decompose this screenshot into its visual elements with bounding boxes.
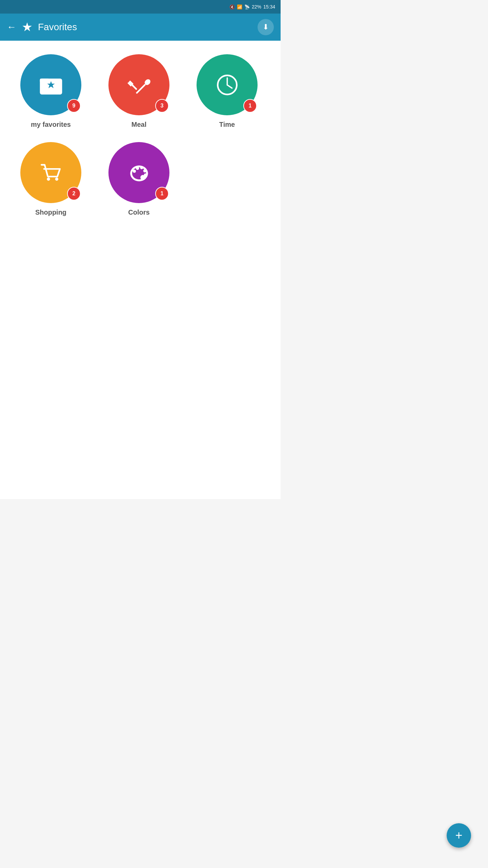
category-circle-wrapper-time: 1 [197, 54, 258, 115]
svg-point-17 [136, 166, 139, 170]
download-button[interactable]: ⬇ [258, 19, 274, 35]
status-icons: 🔇 📶 📡 22% 15:34 [229, 4, 275, 9]
back-button[interactable]: ← [7, 22, 16, 32]
categories-grid: 9 my favorites [10, 54, 268, 216]
cutlery-icon [126, 72, 152, 98]
category-circle-wrapper-meal: 3 [108, 54, 169, 115]
category-label-time: Time [219, 121, 235, 129]
mute-icon: 🔇 [229, 4, 235, 9]
status-bar: 🔇 📶 📡 22% 15:34 [0, 0, 281, 14]
content-area: 9 my favorites [0, 41, 281, 499]
toolbar: ← ★ Favorites ⬇ [0, 14, 281, 41]
svg-point-18 [140, 166, 143, 169]
category-circle-wrapper-my-favorites: 9 [20, 54, 81, 115]
svg-point-19 [143, 169, 146, 172]
battery-text: 22% [252, 4, 261, 9]
star-icon: ★ [22, 21, 33, 33]
category-item-my-favorites[interactable]: 9 my favorites [10, 54, 92, 129]
category-label-colors: Colors [128, 209, 149, 216]
clock-icon [215, 72, 240, 98]
folder-star-icon [38, 72, 64, 98]
badge-my-favorites: 9 [67, 99, 81, 113]
badge-time: 1 [243, 99, 257, 113]
badge-meal: 3 [155, 99, 169, 113]
signal-icon: 📡 [244, 4, 250, 9]
wifi-icon: 📶 [237, 4, 242, 9]
cart-icon [38, 160, 64, 185]
page-title: Favorites [38, 22, 77, 33]
category-item-meal[interactable]: 3 Meal [98, 54, 180, 129]
svg-line-11 [227, 85, 232, 88]
category-label-my-favorites: my favorites [31, 121, 71, 129]
svg-point-21 [140, 175, 145, 180]
palette-icon [126, 160, 152, 185]
download-icon: ⬇ [263, 23, 269, 32]
category-label-meal: Meal [131, 121, 146, 129]
time-text: 15:34 [263, 4, 275, 9]
svg-point-16 [133, 170, 136, 173]
svg-point-13 [55, 177, 58, 180]
toolbar-left: ← ★ Favorites [7, 21, 77, 33]
category-circle-wrapper-colors: 1 [108, 142, 169, 203]
svg-rect-7 [136, 84, 146, 94]
category-item-colors[interactable]: 1 Colors [98, 142, 180, 216]
badge-shopping: 2 [67, 187, 81, 200]
category-item-time[interactable]: 1 Time [186, 54, 268, 129]
badge-colors: 1 [155, 187, 169, 200]
svg-rect-1 [40, 78, 49, 82]
category-label-shopping: Shopping [35, 209, 66, 216]
category-circle-wrapper-shopping: 2 [20, 142, 81, 203]
category-item-shopping[interactable]: 2 Shopping [10, 142, 92, 216]
svg-point-12 [47, 177, 50, 180]
